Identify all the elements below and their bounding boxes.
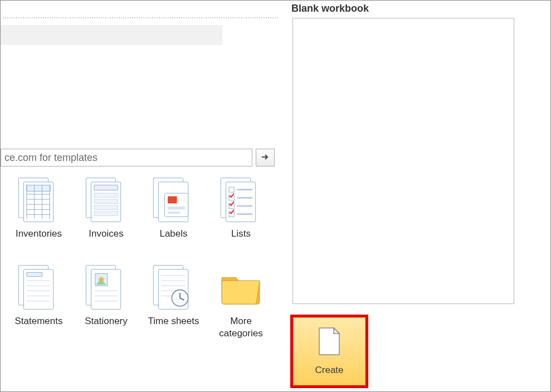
document-icon xyxy=(318,327,340,356)
label-icon xyxy=(146,172,202,227)
invoice-icon xyxy=(79,172,134,227)
app-frame: InventoriesInvoicesLabelsListsStatements… xyxy=(0,0,551,392)
search-row xyxy=(1,149,275,166)
svg-rect-16 xyxy=(94,199,118,203)
template-label: Stationery xyxy=(85,315,128,327)
inventory-icon xyxy=(11,172,67,227)
svg-rect-18 xyxy=(94,212,118,215)
svg-rect-14 xyxy=(94,185,118,190)
template-invoices[interactable]: Invoices xyxy=(74,172,139,239)
template-more[interactable]: Morecategories xyxy=(208,259,274,339)
svg-rect-27 xyxy=(229,187,234,192)
svg-rect-15 xyxy=(94,193,118,197)
preview-thumbnail xyxy=(292,18,514,304)
template-label: Labels xyxy=(159,228,187,239)
search-go-button[interactable] xyxy=(256,149,275,166)
template-timesheets[interactable]: Time sheets xyxy=(141,259,206,339)
create-highlight: Create xyxy=(290,315,368,388)
timesheet-icon xyxy=(146,259,202,314)
template-lists[interactable]: Lists xyxy=(208,172,274,239)
arrow-right-icon xyxy=(261,153,269,163)
template-inventories[interactable]: Inventories xyxy=(6,172,71,239)
svg-rect-22 xyxy=(168,197,177,204)
folder-icon xyxy=(213,259,269,314)
create-button-label: Create xyxy=(315,365,343,376)
template-label: Morecategories xyxy=(219,315,262,339)
svg-rect-24 xyxy=(168,212,180,214)
preview-title: Blank workbook xyxy=(291,3,540,14)
template-label: Invoices xyxy=(89,228,123,239)
template-label: Inventories xyxy=(16,228,62,239)
template-label: Statements xyxy=(15,315,63,327)
create-button[interactable]: Create xyxy=(293,317,365,385)
divider xyxy=(3,17,278,18)
svg-rect-17 xyxy=(94,205,118,209)
svg-rect-2 xyxy=(27,185,50,191)
template-labels[interactable]: Labels xyxy=(141,172,206,239)
templates-pane: InventoriesInvoicesLabelsListsStatements… xyxy=(1,1,280,391)
template-label: Time sheets xyxy=(148,315,199,327)
templates-toolbar-area xyxy=(1,25,222,45)
stationery-icon xyxy=(79,259,134,314)
svg-marker-62 xyxy=(334,328,339,334)
svg-rect-23 xyxy=(168,207,185,210)
template-label: Lists xyxy=(231,228,251,239)
template-stationery[interactable]: Stationery xyxy=(74,259,139,339)
list-icon xyxy=(213,172,269,227)
svg-rect-37 xyxy=(27,273,42,277)
templates-grid: InventoriesInvoicesLabelsListsStatements… xyxy=(6,172,274,339)
templates-search-input[interactable] xyxy=(1,149,252,166)
statement-icon xyxy=(11,259,67,314)
template-statements[interactable]: Statements xyxy=(6,259,71,339)
